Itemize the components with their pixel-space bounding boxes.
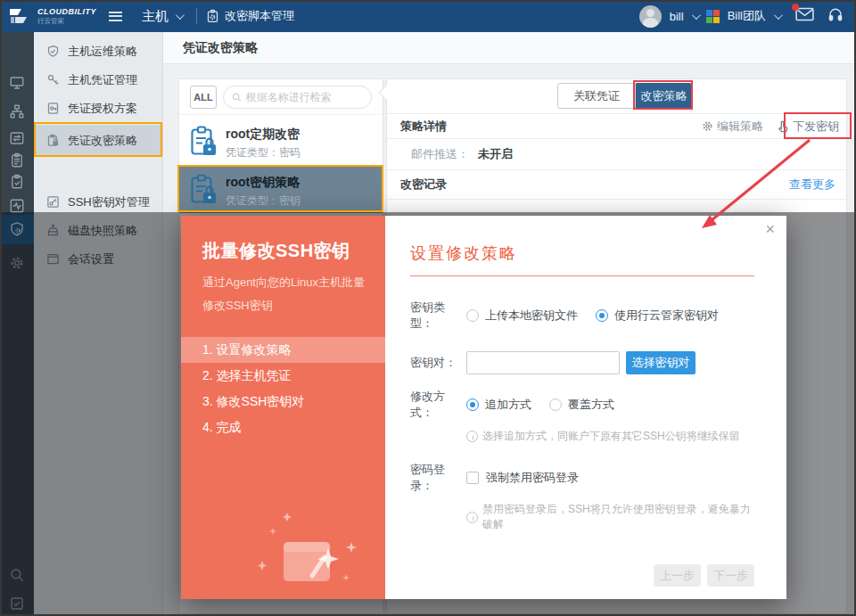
magic-wand-illustration — [257, 513, 364, 591]
policy-list-item-root-key-selected[interactable]: root密钥策略 凭证类型：密钥 — [179, 167, 383, 213]
detail-tabs: 关联凭证 改密策略 — [387, 79, 846, 114]
logo-subtitle: 行云管家 — [37, 18, 96, 25]
support-button[interactable] — [827, 7, 844, 26]
user-avatar[interactable] — [639, 5, 662, 28]
policy-list-item-root-periodic[interactable]: root定期改密 凭证类型：密码 — [179, 119, 383, 165]
checkbox-unchecked-icon[interactable] — [466, 472, 479, 484]
key-pair-row: 密钥对： 选择密钥对 — [410, 351, 754, 374]
page-title-bar: 凭证改密策略 — [163, 32, 856, 64]
title-divider — [410, 275, 754, 276]
search-input[interactable] — [246, 91, 363, 103]
policy-title: root定期改密 — [226, 127, 300, 143]
mail-push-row: 邮件推送： 未开启 — [387, 139, 846, 170]
clipboard-gear-icon — [206, 9, 219, 23]
sidebar-item-host-credentials[interactable]: 主机凭证管理 — [34, 66, 163, 94]
option-force-disable-password-login[interactable]: 强制禁用密码登录 — [466, 470, 579, 486]
desktop-icon[interactable] — [9, 75, 25, 91]
nav-divider — [196, 8, 197, 24]
sidebar-item-label: 主机运维策略 — [68, 44, 137, 60]
ssh-keypair-icon — [46, 195, 60, 209]
sidebar-item-credential-password-policy[interactable]: 凭证改密策略 — [34, 125, 163, 156]
sidebar-item-label: 凭证改密策略 — [68, 133, 137, 149]
topology-icon[interactable] — [9, 103, 25, 119]
wizard-step-1: 1. 设置修改策略 — [181, 337, 385, 363]
detail-actions: 编辑策略 下发密钥 — [702, 119, 846, 135]
audit-clipboard-icon[interactable] — [9, 174, 25, 190]
user-name[interactable]: bill — [670, 10, 684, 23]
option-upload-local-key[interactable]: 上传本地密钥文件 — [466, 308, 578, 324]
key-icon — [46, 73, 60, 86]
sidebar-item-credential-authorization[interactable]: 凭证授权方案 — [34, 94, 163, 122]
doc-key-icon — [46, 102, 60, 115]
key-pair-label: 密钥对： — [410, 355, 466, 371]
previous-step-button[interactable]: 上一步 — [654, 564, 701, 587]
mail-button[interactable] — [795, 7, 814, 25]
modal-wizard-sidebar: 批量修改SSH密钥 通过Agent向您的Linux主机批量修改SSH密钥 1. … — [181, 216, 385, 599]
password-login-row: 密码登录： 强制禁用密码登录 — [410, 462, 754, 494]
password-records-row: 改密记录 查看更多 — [387, 170, 846, 200]
tab-password-policy[interactable]: 改密策略 — [636, 83, 692, 109]
close-icon[interactable]: × — [765, 221, 775, 237]
sidebar-item-host-ops-policy[interactable]: 主机运维策略 — [34, 37, 163, 65]
checkbox-label: 强制禁用密码登录 — [486, 470, 579, 486]
policy-title: root密钥策略 — [226, 175, 300, 191]
edit-policy-label: 编辑策略 — [717, 119, 763, 135]
user-chevron-down-icon[interactable] — [692, 11, 701, 20]
sidebar-item-label: 主机凭证管理 — [68, 72, 137, 88]
team-name[interactable]: Bill团队 — [728, 8, 766, 24]
radio-checked-icon[interactable] — [596, 309, 608, 322]
filter-all-button[interactable]: ALL — [190, 86, 217, 109]
nav-menu-host[interactable]: 主机 — [142, 8, 169, 25]
mail-push-label: 邮件推送： — [411, 146, 469, 162]
task-list-icon[interactable] — [9, 152, 25, 168]
option-append-mode[interactable]: 追加方式 — [466, 397, 531, 413]
option-label: 使用行云管家密钥对 — [614, 308, 719, 324]
tab-linked-credentials[interactable]: 关联凭证 — [557, 83, 636, 109]
key-type-label: 密钥类型： — [410, 300, 466, 332]
modal-wizard-title: 批量修改SSH密钥 — [202, 239, 350, 263]
password-login-group: 密码登录： 强制禁用密码登录 禁用密码登录后，SSH将只允许使用密钥登录，避免暴… — [410, 462, 754, 532]
select-key-pair-button[interactable]: 选择密钥对 — [626, 351, 696, 374]
modify-mode-group: 修改方式： 追加方式 覆盖方式 选择追 — [410, 389, 754, 444]
hint-text: 禁用密码登录后，SSH将只允许使用密钥登录，避免暴力破解 — [482, 502, 754, 532]
modify-mode-label: 修改方式： — [410, 389, 466, 421]
batch-modify-ssh-key-modal: 批量修改SSH密钥 通过Agent向您的Linux主机批量修改SSH密钥 1. … — [181, 216, 786, 599]
next-step-button[interactable]: 下一步 — [707, 564, 754, 587]
modal-footer: 上一步 下一步 — [654, 564, 754, 587]
hint-text: 选择追加方式，同账户下原有其它SSH公钥将继续保留 — [482, 429, 740, 444]
edit-policy-link[interactable]: 编辑策略 — [702, 119, 763, 135]
nav-tab-script-manage[interactable]: 改密脚本管理 — [206, 8, 294, 24]
option-overwrite-mode[interactable]: 覆盖方式 — [549, 397, 614, 413]
wizard-step-2: 2. 选择主机凭证 — [181, 363, 385, 389]
radio-unchecked-icon[interactable] — [466, 309, 479, 322]
modify-mode-row: 修改方式： 追加方式 覆盖方式 — [410, 389, 754, 421]
modal-body: × 设置修改策略 密钥类型： 上传本地密钥文件 使用行云管家密钥对 — [385, 216, 786, 599]
file-transfer-icon[interactable] — [9, 130, 25, 146]
clipboard-lock-icon — [190, 174, 218, 205]
page-title: 凭证改密策略 — [183, 40, 258, 56]
navbar-right: bill Bill团队 — [639, 5, 856, 28]
deploy-key-link[interactable]: 下发密钥 — [777, 119, 839, 135]
password-login-label: 密码登录： — [410, 462, 466, 494]
policy-subtitle: 凭证类型：密钥 — [226, 193, 300, 209]
wizard-step-4: 4. 完成 — [181, 415, 385, 440]
top-navbar: CLOUDBILITY 行云管家 主机 改密脚本管理 bill Bill团队 — [0, 0, 856, 32]
team-grid-icon[interactable] — [706, 10, 720, 23]
deploy-key-label: 下发密钥 — [793, 119, 839, 135]
team-chevron-down-icon[interactable] — [774, 11, 783, 20]
logo-title: CLOUDBILITY — [37, 8, 96, 16]
option-label: 覆盖方式 — [568, 397, 614, 413]
radio-unchecked-icon[interactable] — [549, 398, 562, 411]
hamburger-icon[interactable] — [109, 9, 122, 23]
mail-push-value: 未开启 — [478, 146, 513, 162]
search-box[interactable] — [223, 86, 372, 109]
key-type-row: 密钥类型： 上传本地密钥文件 使用行云管家密钥对 — [410, 300, 754, 332]
option-use-managed-keypair[interactable]: 使用行云管家密钥对 — [596, 308, 719, 324]
view-more-link[interactable]: 查看更多 — [789, 177, 846, 193]
radio-checked-icon[interactable] — [466, 398, 479, 411]
option-label: 上传本地密钥文件 — [485, 308, 578, 324]
modify-mode-hint: 选择追加方式，同账户下原有其它SSH公钥将继续保留 — [466, 429, 754, 444]
option-label: 追加方式 — [485, 397, 531, 413]
chevron-down-icon[interactable] — [176, 11, 185, 20]
key-pair-input[interactable] — [466, 351, 620, 374]
